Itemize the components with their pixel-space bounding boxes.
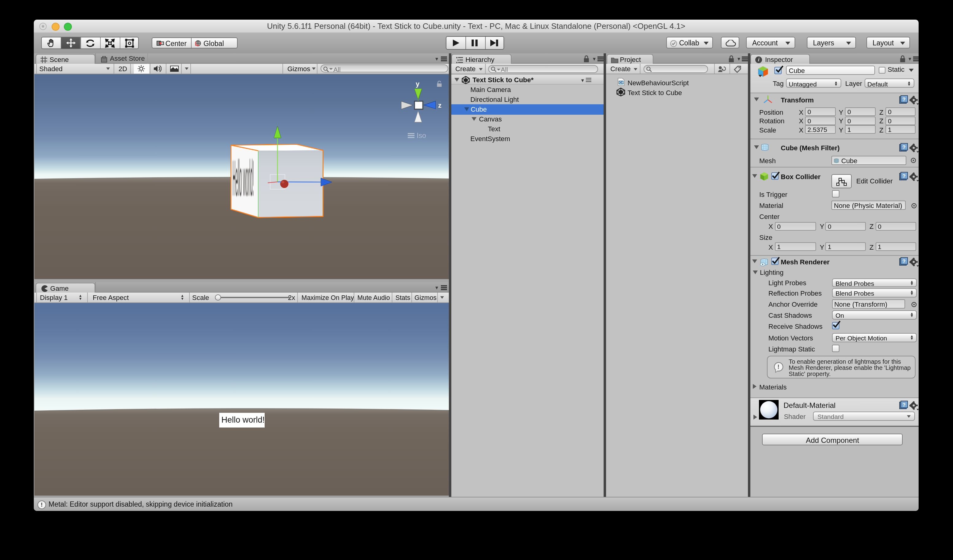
svg-text:?: ? <box>902 144 905 150</box>
svg-text:C#: C# <box>619 80 624 84</box>
svg-text:Hello world!: Hello world! <box>233 150 254 206</box>
svg-text:?: ? <box>902 97 905 102</box>
svg-text:y: y <box>416 80 420 87</box>
svg-text:?: ? <box>902 402 905 408</box>
svg-text:?: ? <box>902 258 905 265</box>
svg-text:z: z <box>438 101 441 109</box>
svg-text:?: ? <box>902 173 905 179</box>
svg-text:Iso: Iso <box>417 131 426 139</box>
svg-text:!: ! <box>778 364 780 370</box>
